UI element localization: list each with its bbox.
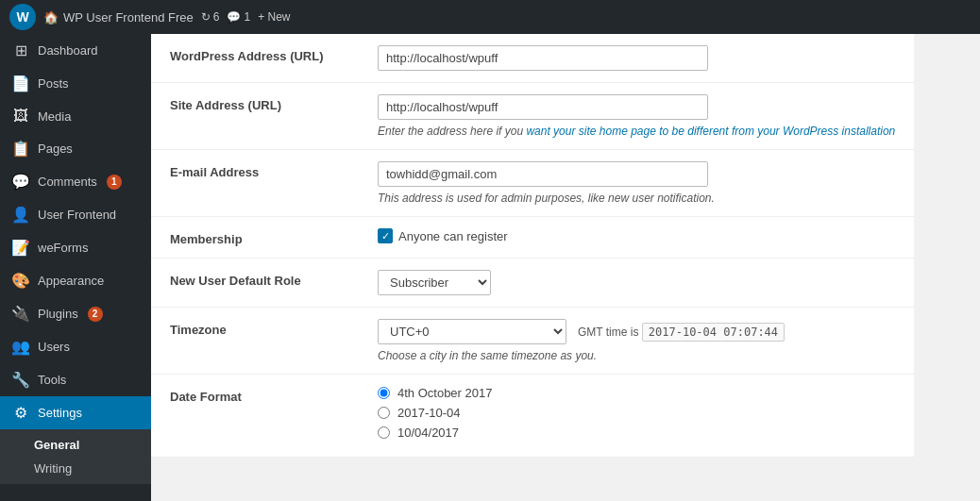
settings-row-date-format: Date Format 4th October 2017 2017-10-04 …: [151, 375, 914, 458]
dashboard-icon: ⊞: [11, 42, 30, 59]
subnav-writing[interactable]: Writing: [0, 457, 151, 480]
sidebar: ⊞ Dashboard 📄 Posts 🖼 Media 📋 Pages 💬 Co…: [0, 34, 151, 501]
membership-checkbox-label[interactable]: Anyone can register: [398, 229, 508, 243]
settings-subnav: General Writing: [0, 429, 151, 484]
timezone-row: UTC+0 UTC-5 UTC+5:30 GMT time is 2017-10…: [378, 319, 895, 344]
settings-row-new-user-role: New User Default Role Subscriber Contrib…: [151, 259, 914, 308]
appearance-icon: 🎨: [11, 272, 30, 290]
site-address-help-link[interactable]: want your site home page to be different…: [526, 125, 895, 138]
date-format-radio-1[interactable]: [378, 407, 390, 419]
date-format-label-0[interactable]: 4th October 2017: [397, 386, 492, 400]
timezone-help: Choose a city in the same timezone as yo…: [378, 349, 895, 362]
date-format-value: 4th October 2017 2017-10-04 10/04/2017: [378, 386, 895, 445]
gmt-label: GMT time is 2017-10-04 07:07:44: [578, 326, 785, 339]
media-icon: 🖼: [11, 108, 30, 125]
date-format-label: Date Format: [170, 386, 378, 404]
users-icon: 👥: [11, 338, 30, 356]
site-address-label: Site Address (URL): [170, 94, 378, 112]
settings-row-site-address: Site Address (URL) Enter the address her…: [151, 83, 914, 150]
sidebar-item-weforms[interactable]: 📝 weForms: [0, 231, 151, 264]
pages-icon: 📋: [11, 140, 30, 158]
date-format-radio-2[interactable]: [378, 426, 390, 439]
comments-icon[interactable]: 💬 1: [227, 10, 250, 24]
new-user-role-label: New User Default Role: [170, 270, 378, 288]
settings-row-timezone: Timezone UTC+0 UTC-5 UTC+5:30 GMT time i…: [151, 308, 914, 375]
sidebar-item-dashboard[interactable]: ⊞ Dashboard: [0, 34, 151, 67]
date-format-option-1: 2017-10-04: [378, 406, 895, 420]
posts-icon: 📄: [11, 75, 30, 92]
email-input[interactable]: [378, 161, 708, 187]
date-format-label-2[interactable]: 10/04/2017: [397, 426, 459, 440]
date-format-option-2: 10/04/2017: [378, 426, 895, 440]
main-content: WordPress Address (URL) Site Address (UR…: [151, 34, 914, 501]
site-address-help: Enter the address here if you want your …: [378, 125, 895, 138]
email-value: This address is used for admin purposes,…: [378, 161, 895, 205]
date-format-radio-0[interactable]: [378, 387, 390, 399]
plugins-icon: 🔌: [11, 305, 30, 323]
user-frontend-icon: 👤: [11, 206, 30, 224]
settings-row-email: E-mail Address This address is used for …: [151, 150, 914, 217]
settings-row-membership: Membership ✓ Anyone can register: [151, 217, 914, 259]
site-name[interactable]: 🏠 WP User Frontend Free: [43, 10, 194, 25]
wp-logo-icon[interactable]: W: [9, 4, 36, 30]
tools-icon: 🔧: [11, 371, 30, 389]
new-user-role-value: Subscriber Contributor Author Editor Adm…: [378, 270, 895, 295]
membership-label: Membership: [170, 228, 378, 246]
weforms-icon: 📝: [11, 239, 30, 257]
sidebar-item-user-frontend[interactable]: 👤 User Frontend: [0, 198, 151, 231]
sidebar-item-appearance[interactable]: 🎨 Appearance: [0, 264, 151, 297]
new-user-role-select[interactable]: Subscriber Contributor Author Editor Adm…: [378, 270, 491, 295]
timezone-value: UTC+0 UTC-5 UTC+5:30 GMT time is 2017-10…: [378, 319, 895, 362]
timezone-select[interactable]: UTC+0 UTC-5 UTC+5:30: [378, 319, 566, 344]
membership-value: ✓ Anyone can register: [378, 228, 895, 243]
sidebar-item-users[interactable]: 👥 Users: [0, 330, 151, 363]
date-format-option-0: 4th October 2017: [378, 386, 895, 400]
new-button[interactable]: + New: [258, 10, 290, 24]
wp-address-input[interactable]: [378, 45, 708, 71]
timezone-label: Timezone: [170, 319, 378, 337]
comments-nav-icon: 💬: [11, 173, 30, 191]
membership-checkbox[interactable]: ✓: [378, 228, 393, 243]
email-label: E-mail Address: [170, 161, 378, 179]
sidebar-item-comments[interactable]: 💬 Comments 1: [0, 165, 151, 198]
date-format-label-1[interactable]: 2017-10-04: [397, 406, 461, 420]
plugins-badge: 2: [88, 307, 103, 322]
gmt-time: 2017-10-04 07:07:44: [642, 323, 785, 342]
membership-checkbox-row: ✓ Anyone can register: [378, 228, 895, 243]
wp-address-value: [378, 45, 895, 71]
sidebar-item-media[interactable]: 🖼 Media: [0, 100, 151, 132]
sidebar-item-settings[interactable]: ⚙ Settings: [0, 396, 151, 429]
wp-address-label: WordPress Address (URL): [170, 45, 378, 63]
comments-badge: 1: [107, 175, 122, 190]
site-address-value: Enter the address here if you want your …: [378, 94, 895, 138]
site-address-input[interactable]: [378, 94, 708, 120]
subnav-general[interactable]: General: [0, 433, 151, 457]
sidebar-item-plugins[interactable]: 🔌 Plugins 2: [0, 297, 151, 330]
sidebar-item-posts[interactable]: 📄 Posts: [0, 67, 151, 100]
active-indicator: [147, 396, 151, 429]
email-help: This address is used for admin purposes,…: [378, 192, 895, 205]
sidebar-item-pages[interactable]: 📋 Pages: [0, 132, 151, 165]
settings-icon: ⚙: [11, 404, 30, 422]
updates-icon[interactable]: ↻ 6: [201, 10, 220, 24]
settings-row-wp-address: WordPress Address (URL): [151, 34, 914, 83]
sidebar-item-tools[interactable]: 🔧 Tools: [0, 363, 151, 396]
checkmark-icon: ✓: [381, 230, 390, 242]
